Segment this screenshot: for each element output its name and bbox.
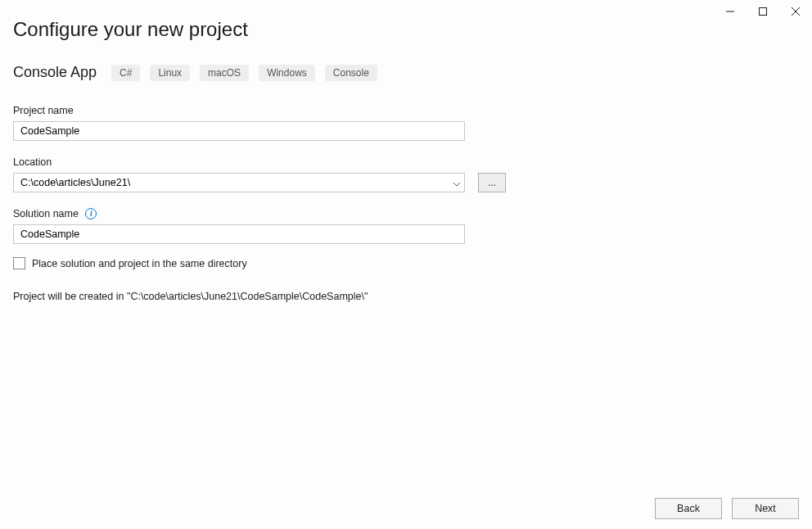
- location-label: Location: [13, 156, 52, 168]
- template-name: Console App: [13, 64, 97, 81]
- info-icon[interactable]: i: [85, 208, 97, 219]
- browse-button[interactable]: ...: [478, 173, 506, 192]
- close-button[interactable]: [779, 0, 812, 23]
- svg-rect-1: [760, 8, 767, 16]
- tag-linux: Linux: [150, 65, 190, 81]
- same-directory-checkbox[interactable]: [13, 257, 25, 269]
- project-name-input[interactable]: [13, 121, 465, 141]
- creation-path-text: Project will be created in "C:\code\arti…: [13, 291, 799, 302]
- tag-csharp: C#: [111, 65, 140, 81]
- solution-name-label: Solution name: [13, 208, 79, 219]
- maximize-button[interactable]: [747, 0, 779, 23]
- same-directory-label: Place solution and project in the same d…: [32, 258, 247, 269]
- location-input[interactable]: [13, 173, 465, 192]
- back-button[interactable]: Back: [655, 498, 722, 519]
- page-title: Configure your new project: [13, 18, 799, 41]
- tag-windows: Windows: [259, 65, 315, 81]
- minimize-button[interactable]: [714, 0, 747, 23]
- project-name-label: Project name: [13, 105, 74, 116]
- solution-name-input[interactable]: [13, 224, 465, 244]
- tag-console: Console: [325, 65, 377, 81]
- next-button[interactable]: Next: [732, 498, 799, 519]
- tag-macos: macOS: [200, 65, 249, 81]
